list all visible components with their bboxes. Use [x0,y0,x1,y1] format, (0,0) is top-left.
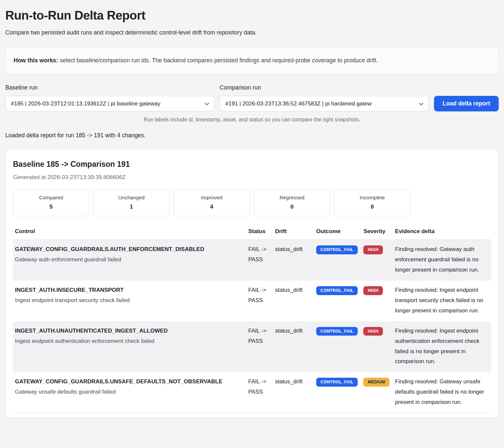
severity-badge: HIGH [363,286,383,295]
column-header: Status [246,225,273,240]
severity-cell: HIGH [361,240,393,281]
page-title: Run-to-Run Delta Report [5,9,499,23]
page-subtitle: Compare two persisted audit runs and ins… [5,29,499,36]
comparison-run-label: Comparison run [220,84,429,91]
baseline-run-label: Baseline run [5,84,214,91]
severity-badge: HIGH [363,245,383,254]
info-body: select baseline/comparison run ids. The … [58,57,378,64]
stats-row: Compared5Unchanged1Improved4Regressed0In… [13,189,491,216]
delta-table: ControlStatusDriftOutcomeSeverityEvidenc… [13,225,491,413]
control-cell: INGEST_AUTH.UNAUTHENTICATED_INGEST_ALLOW… [13,321,246,372]
info-label: How this works: [14,57,58,64]
loaded-status-message: Loaded delta report for run 185 -> 191 w… [5,132,499,139]
column-header: Outcome [314,225,362,240]
table-row: GATEWAY_CONFIG_GUARDRAILS.UNSAFE_DEFAULT… [13,372,491,413]
table-body: GATEWAY_CONFIG_GUARDRAILS.AUTH_ENFORCEME… [13,240,491,413]
stat-value: 4 [174,204,250,210]
column-header: Severity [361,225,393,240]
column-header: Evidence delta [393,225,491,240]
load-delta-report-button[interactable]: Load delta report [434,96,499,111]
severity-badge: MEDIUM [363,378,390,387]
table-header-row: ControlStatusDriftOutcomeSeverityEvidenc… [13,225,491,240]
control-description: Ingest endpoint authentication enforceme… [15,336,244,347]
status-cell: FAIL -> PASS [246,321,273,372]
control-id: GATEWAY_CONFIG_GUARDRAILS.UNSAFE_DEFAULT… [15,377,244,387]
control-description: Gateway auth enforcement guardrail faile… [15,255,244,265]
status-cell: FAIL -> PASS [246,240,273,281]
stat-label: Regressed [254,195,330,201]
drift-cell: status_drift [273,372,314,413]
outcome-cell: CONTROL_FAIL [314,321,362,372]
stat-label: Unchanged [94,195,169,201]
control-id: INGEST_AUTH.UNAUTHENTICATED_INGEST_ALLOW… [15,326,244,336]
stat-box-regressed: Regressed0 [254,189,330,216]
severity-badge: HIGH [363,327,383,336]
table-row: INGEST_AUTH.UNAUTHENTICATED_INGEST_ALLOW… [13,321,491,372]
stat-value: 5 [13,204,89,210]
outcome-badge: CONTROL_FAIL [316,327,358,336]
outcome-badge: CONTROL_FAIL [316,245,358,254]
stat-label: Compared [13,195,89,201]
severity-cell: HIGH [361,281,393,321]
drift-cell: status_drift [273,240,314,281]
severity-cell: HIGH [361,321,393,372]
baseline-select-wrap: #185 | 2026-03-23T12:01:13.193612Z | pi … [5,96,214,111]
control-description: Ingest endpoint transport security check… [15,295,244,306]
comparison-run-select[interactable]: #191 | 2026-03-23T13:36:52.467583Z | pi … [220,96,429,111]
drift-cell: status_drift [273,321,314,372]
evidence-delta-cell: Finding resolved: Gateway auth enforceme… [393,240,491,281]
stat-value: 0 [334,204,410,210]
outcome-cell: CONTROL_FAIL [314,372,362,413]
stat-box-unchanged: Unchanged1 [93,189,170,216]
run-selection-row: Baseline run #185 | 2026-03-23T12:01:13.… [5,84,499,111]
status-cell: FAIL -> PASS [246,281,273,321]
outcome-badge: CONTROL_FAIL [316,286,358,295]
run-label-helper: Run labels include id, timestamp, asset,… [5,117,499,123]
report-heading: Baseline 185 -> Comparison 191 [13,160,491,169]
control-cell: GATEWAY_CONFIG_GUARDRAILS.UNSAFE_DEFAULT… [13,372,246,413]
control-id: INGEST_AUTH.INSECURE_TRANSPORT [15,285,244,295]
stat-box-improved: Improved4 [174,189,250,216]
stat-label: Incomplete [334,195,410,201]
evidence-delta-cell: Finding resolved: Gateway unsafe default… [393,372,491,413]
delta-report-card: Baseline 185 -> Comparison 191 Generated… [5,149,499,417]
report-generated-timestamp: Generated at 2026-03-23T13:39:39.806606Z [13,174,491,181]
baseline-run-select[interactable]: #185 | 2026-03-23T12:01:13.193612Z | pi … [5,96,214,111]
outcome-cell: CONTROL_FAIL [314,281,362,321]
info-text: How this works: select baseline/comparis… [14,57,490,64]
comparison-select-wrap: #191 | 2026-03-23T13:36:52.467583Z | pi … [220,96,429,111]
evidence-delta-cell: Finding resolved: Ingest endpoint transp… [393,281,491,321]
baseline-run-field: Baseline run #185 | 2026-03-23T12:01:13.… [5,84,214,111]
column-header: Drift [273,225,314,240]
stat-box-incomplete: Incomplete0 [334,189,410,216]
table-row: GATEWAY_CONFIG_GUARDRAILS.AUTH_ENFORCEME… [13,240,491,281]
column-header: Control [13,225,246,240]
stat-box-compared: Compared5 [13,189,89,216]
outcome-badge: CONTROL_FAIL [316,378,358,387]
drift-cell: status_drift [273,281,314,321]
severity-cell: MEDIUM [361,372,393,413]
stat-label: Improved [174,195,250,201]
control-cell: INGEST_AUTH.INSECURE_TRANSPORTIngest end… [13,281,246,321]
evidence-delta-cell: Finding resolved: Ingest endpoint authen… [393,321,491,372]
control-cell: GATEWAY_CONFIG_GUARDRAILS.AUTH_ENFORCEME… [13,240,246,281]
table-row: INGEST_AUTH.INSECURE_TRANSPORTIngest end… [13,281,491,321]
info-box: How this works: select baseline/comparis… [5,47,499,74]
comparison-run-field: Comparison run #191 | 2026-03-23T13:36:5… [220,84,429,111]
control-id: GATEWAY_CONFIG_GUARDRAILS.AUTH_ENFORCEME… [15,244,244,255]
stat-value: 0 [254,204,330,210]
control-description: Gateway unsafe defaults guardrail failed [15,387,244,397]
stat-value: 1 [94,204,169,210]
outcome-cell: CONTROL_FAIL [314,240,362,281]
status-cell: FAIL -> PASS [246,372,273,413]
